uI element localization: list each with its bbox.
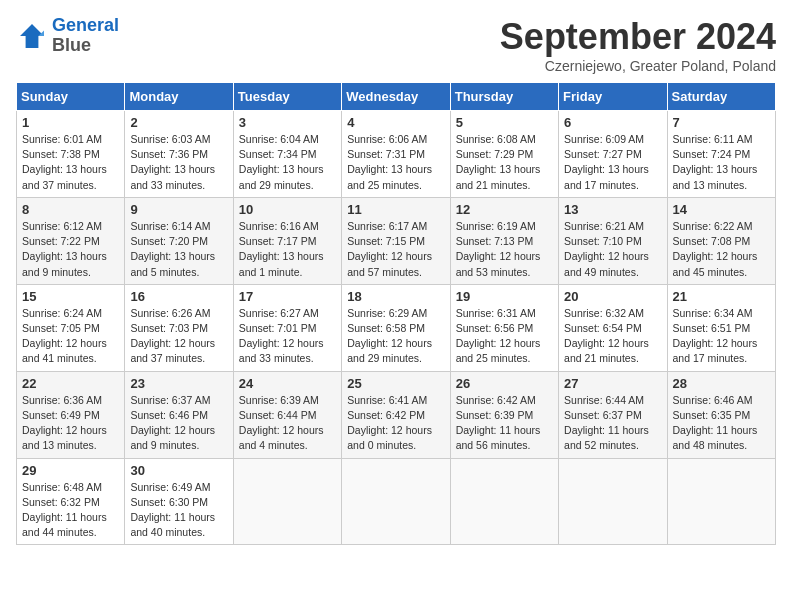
calendar-header-row: SundayMondayTuesdayWednesdayThursdayFrid… (17, 83, 776, 111)
day-number: 7 (673, 115, 770, 130)
calendar-cell: 24 Sunrise: 6:39 AM Sunset: 6:44 PM Dayl… (233, 371, 341, 458)
day-info: Sunrise: 6:36 AM Sunset: 6:49 PM Dayligh… (22, 393, 119, 454)
calendar-cell: 12 Sunrise: 6:19 AM Sunset: 7:13 PM Dayl… (450, 197, 558, 284)
day-info: Sunrise: 6:27 AM Sunset: 7:01 PM Dayligh… (239, 306, 336, 367)
logo: General Blue (16, 16, 119, 56)
calendar-cell (450, 458, 558, 545)
day-header-monday: Monday (125, 83, 233, 111)
day-number: 18 (347, 289, 444, 304)
calendar-cell: 9 Sunrise: 6:14 AM Sunset: 7:20 PM Dayli… (125, 197, 233, 284)
calendar-cell: 10 Sunrise: 6:16 AM Sunset: 7:17 PM Dayl… (233, 197, 341, 284)
day-info: Sunrise: 6:01 AM Sunset: 7:38 PM Dayligh… (22, 132, 119, 193)
day-info: Sunrise: 6:16 AM Sunset: 7:17 PM Dayligh… (239, 219, 336, 280)
calendar-cell: 19 Sunrise: 6:31 AM Sunset: 6:56 PM Dayl… (450, 284, 558, 371)
day-info: Sunrise: 6:41 AM Sunset: 6:42 PM Dayligh… (347, 393, 444, 454)
day-info: Sunrise: 6:49 AM Sunset: 6:30 PM Dayligh… (130, 480, 227, 541)
calendar-cell: 23 Sunrise: 6:37 AM Sunset: 6:46 PM Dayl… (125, 371, 233, 458)
day-number: 20 (564, 289, 661, 304)
calendar-cell: 15 Sunrise: 6:24 AM Sunset: 7:05 PM Dayl… (17, 284, 125, 371)
calendar-cell: 14 Sunrise: 6:22 AM Sunset: 7:08 PM Dayl… (667, 197, 775, 284)
calendar-week-2: 8 Sunrise: 6:12 AM Sunset: 7:22 PM Dayli… (17, 197, 776, 284)
day-number: 26 (456, 376, 553, 391)
page-header: General Blue September 2024 Czerniejewo,… (16, 16, 776, 74)
day-number: 15 (22, 289, 119, 304)
day-number: 13 (564, 202, 661, 217)
calendar-cell: 6 Sunrise: 6:09 AM Sunset: 7:27 PM Dayli… (559, 111, 667, 198)
day-info: Sunrise: 6:19 AM Sunset: 7:13 PM Dayligh… (456, 219, 553, 280)
day-info: Sunrise: 6:03 AM Sunset: 7:36 PM Dayligh… (130, 132, 227, 193)
day-header-friday: Friday (559, 83, 667, 111)
day-info: Sunrise: 6:08 AM Sunset: 7:29 PM Dayligh… (456, 132, 553, 193)
day-number: 19 (456, 289, 553, 304)
logo-text: General Blue (52, 16, 119, 56)
calendar-cell: 22 Sunrise: 6:36 AM Sunset: 6:49 PM Dayl… (17, 371, 125, 458)
day-info: Sunrise: 6:09 AM Sunset: 7:27 PM Dayligh… (564, 132, 661, 193)
day-info: Sunrise: 6:39 AM Sunset: 6:44 PM Dayligh… (239, 393, 336, 454)
calendar-cell: 20 Sunrise: 6:32 AM Sunset: 6:54 PM Dayl… (559, 284, 667, 371)
day-header-tuesday: Tuesday (233, 83, 341, 111)
month-title: September 2024 (500, 16, 776, 58)
day-number: 12 (456, 202, 553, 217)
day-info: Sunrise: 6:37 AM Sunset: 6:46 PM Dayligh… (130, 393, 227, 454)
day-info: Sunrise: 6:11 AM Sunset: 7:24 PM Dayligh… (673, 132, 770, 193)
day-number: 9 (130, 202, 227, 217)
calendar: SundayMondayTuesdayWednesdayThursdayFrid… (16, 82, 776, 545)
calendar-cell (233, 458, 341, 545)
day-number: 30 (130, 463, 227, 478)
day-info: Sunrise: 6:24 AM Sunset: 7:05 PM Dayligh… (22, 306, 119, 367)
calendar-cell (559, 458, 667, 545)
day-number: 28 (673, 376, 770, 391)
day-number: 11 (347, 202, 444, 217)
day-number: 3 (239, 115, 336, 130)
day-number: 8 (22, 202, 119, 217)
calendar-cell: 13 Sunrise: 6:21 AM Sunset: 7:10 PM Dayl… (559, 197, 667, 284)
day-info: Sunrise: 6:44 AM Sunset: 6:37 PM Dayligh… (564, 393, 661, 454)
day-number: 21 (673, 289, 770, 304)
calendar-cell: 21 Sunrise: 6:34 AM Sunset: 6:51 PM Dayl… (667, 284, 775, 371)
calendar-cell: 28 Sunrise: 6:46 AM Sunset: 6:35 PM Dayl… (667, 371, 775, 458)
day-number: 2 (130, 115, 227, 130)
day-number: 27 (564, 376, 661, 391)
day-number: 6 (564, 115, 661, 130)
day-info: Sunrise: 6:31 AM Sunset: 6:56 PM Dayligh… (456, 306, 553, 367)
calendar-cell: 2 Sunrise: 6:03 AM Sunset: 7:36 PM Dayli… (125, 111, 233, 198)
day-number: 23 (130, 376, 227, 391)
calendar-cell: 26 Sunrise: 6:42 AM Sunset: 6:39 PM Dayl… (450, 371, 558, 458)
day-info: Sunrise: 6:21 AM Sunset: 7:10 PM Dayligh… (564, 219, 661, 280)
day-header-thursday: Thursday (450, 83, 558, 111)
day-info: Sunrise: 6:22 AM Sunset: 7:08 PM Dayligh… (673, 219, 770, 280)
day-header-wednesday: Wednesday (342, 83, 450, 111)
calendar-cell (667, 458, 775, 545)
day-info: Sunrise: 6:26 AM Sunset: 7:03 PM Dayligh… (130, 306, 227, 367)
calendar-cell: 17 Sunrise: 6:27 AM Sunset: 7:01 PM Dayl… (233, 284, 341, 371)
calendar-cell: 4 Sunrise: 6:06 AM Sunset: 7:31 PM Dayli… (342, 111, 450, 198)
day-info: Sunrise: 6:46 AM Sunset: 6:35 PM Dayligh… (673, 393, 770, 454)
calendar-cell: 25 Sunrise: 6:41 AM Sunset: 6:42 PM Dayl… (342, 371, 450, 458)
title-block: September 2024 Czerniejewo, Greater Pola… (500, 16, 776, 74)
day-info: Sunrise: 6:29 AM Sunset: 6:58 PM Dayligh… (347, 306, 444, 367)
day-info: Sunrise: 6:04 AM Sunset: 7:34 PM Dayligh… (239, 132, 336, 193)
day-header-sunday: Sunday (17, 83, 125, 111)
day-info: Sunrise: 6:06 AM Sunset: 7:31 PM Dayligh… (347, 132, 444, 193)
calendar-cell: 16 Sunrise: 6:26 AM Sunset: 7:03 PM Dayl… (125, 284, 233, 371)
calendar-week-5: 29 Sunrise: 6:48 AM Sunset: 6:32 PM Dayl… (17, 458, 776, 545)
day-number: 25 (347, 376, 444, 391)
calendar-cell: 7 Sunrise: 6:11 AM Sunset: 7:24 PM Dayli… (667, 111, 775, 198)
day-number: 29 (22, 463, 119, 478)
day-header-saturday: Saturday (667, 83, 775, 111)
calendar-cell: 5 Sunrise: 6:08 AM Sunset: 7:29 PM Dayli… (450, 111, 558, 198)
day-info: Sunrise: 6:32 AM Sunset: 6:54 PM Dayligh… (564, 306, 661, 367)
day-number: 10 (239, 202, 336, 217)
day-info: Sunrise: 6:42 AM Sunset: 6:39 PM Dayligh… (456, 393, 553, 454)
calendar-cell (342, 458, 450, 545)
day-number: 22 (22, 376, 119, 391)
day-number: 17 (239, 289, 336, 304)
calendar-cell: 1 Sunrise: 6:01 AM Sunset: 7:38 PM Dayli… (17, 111, 125, 198)
day-number: 4 (347, 115, 444, 130)
day-number: 14 (673, 202, 770, 217)
day-info: Sunrise: 6:48 AM Sunset: 6:32 PM Dayligh… (22, 480, 119, 541)
calendar-body: 1 Sunrise: 6:01 AM Sunset: 7:38 PM Dayli… (17, 111, 776, 545)
day-info: Sunrise: 6:14 AM Sunset: 7:20 PM Dayligh… (130, 219, 227, 280)
calendar-cell: 8 Sunrise: 6:12 AM Sunset: 7:22 PM Dayli… (17, 197, 125, 284)
calendar-cell: 11 Sunrise: 6:17 AM Sunset: 7:15 PM Dayl… (342, 197, 450, 284)
